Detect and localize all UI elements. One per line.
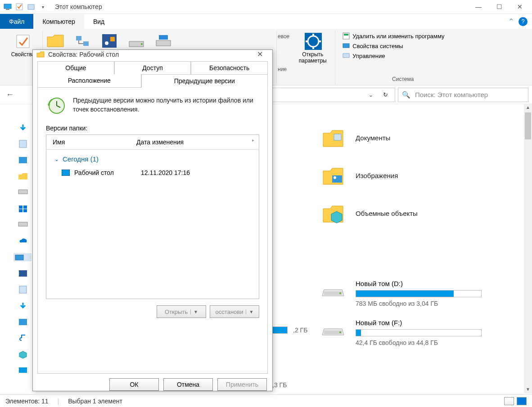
folder-tree-icon[interactable] (18, 172, 28, 180)
address-bar[interactable]: ⌄ ↻ (257, 88, 395, 102)
drive-usage-bar (356, 329, 482, 336)
thispc-tree-icon[interactable] (14, 253, 32, 261)
tab-view[interactable]: Вид (84, 14, 113, 29)
vertical-scrollbar[interactable]: ▲ ▼ (524, 103, 532, 394)
svg-rect-34 (19, 286, 27, 293)
open-version-button[interactable]: Открыть ▼ (157, 305, 206, 318)
ribbon-uninstall-button[interactable]: Удалить или изменить программу (341, 31, 465, 40)
videos-tree-icon[interactable] (18, 269, 28, 277)
close-button[interactable]: ✕ (509, 0, 530, 13)
ribbon-open-settings-button[interactable]: Открыть параметры (296, 31, 329, 66)
svg-point-43 (339, 331, 341, 333)
drive-item[interactable]: Новый том (D:) 783 МБ свободно из 3,04 Г… (321, 280, 523, 307)
documents-tree-icon[interactable] (18, 140, 28, 148)
dialog-titlebar: Свойства: Рабочий стол ✕ (33, 50, 272, 58)
folder-qat-icon[interactable] (27, 3, 35, 11)
tab-sharing[interactable]: Доступ (114, 61, 191, 74)
drive-icon (321, 280, 345, 298)
drive-peek-fragment: ,2 ГБ (272, 326, 307, 334)
column-date[interactable]: Дата изменения (130, 135, 190, 149)
drive-item[interactable]: Новый том (F:) 42,4 ГБ свободно из 44,8 … (321, 319, 523, 346)
tab-previous-versions[interactable]: Предыдущие версии (141, 74, 268, 88)
versions-list: Имя Дата изменения ▸ ⌄ Сегодня (1) Рабоч… (46, 134, 259, 299)
qat-dropdown-icon[interactable]: ▾ (39, 3, 47, 11)
folder-large-icon (46, 33, 64, 49)
music-tree-icon[interactable] (18, 334, 28, 342)
dropdown-icon[interactable]: ▼ (246, 309, 253, 314)
downloads-tree-icon-2[interactable] (18, 302, 28, 310)
svg-rect-22 (343, 44, 349, 48)
dropdown-icon[interactable]: ▼ (190, 309, 198, 314)
scroll-thumb[interactable] (525, 112, 531, 139)
maximize-button[interactable]: ☐ (489, 0, 509, 13)
3d-tree-icon[interactable] (18, 350, 28, 358)
dialog-footer: ОК Отмена Применить (33, 374, 272, 397)
drive-tree-icon-2[interactable] (18, 221, 28, 229)
versions-label: Версии папки: (46, 125, 259, 132)
tab-security[interactable]: Безопасность (191, 61, 268, 74)
svg-rect-24 (19, 140, 27, 148)
svg-rect-29 (19, 209, 23, 212)
network-icon (73, 33, 91, 49)
search-input[interactable]: 🔍 Поиск: Этот компьютер (398, 88, 528, 102)
ribbon-sysprops-button[interactable]: Свойства системы (341, 41, 465, 50)
folder-item[interactable]: Изображения (321, 164, 523, 187)
tab-location[interactable]: Расположение (37, 74, 141, 88)
3dobjects-folder-icon (321, 201, 345, 225)
svg-rect-25 (19, 157, 27, 163)
svg-point-41 (339, 292, 341, 294)
ribbon-group-system-label: Система (339, 74, 467, 85)
documents-folder-icon (321, 126, 345, 149)
folder-icon (36, 50, 45, 58)
folder-item[interactable]: Документы (321, 126, 523, 149)
tiles-view-button[interactable] (517, 397, 527, 405)
cancel-button[interactable]: Отмена (163, 378, 213, 391)
collapse-ribbon-icon[interactable]: ⌃ (508, 17, 514, 26)
svg-rect-18 (306, 40, 308, 42)
desktop-tree-icon[interactable] (18, 367, 28, 375)
pictures-tree-icon-2[interactable] (18, 318, 28, 326)
tab-file[interactable]: Файл (0, 14, 33, 29)
pictures-tree-icon[interactable] (18, 156, 28, 164)
svg-rect-35 (19, 319, 27, 325)
onedrive-tree-icon[interactable] (18, 237, 28, 245)
svg-rect-23 (343, 54, 349, 58)
back-button[interactable]: ← (2, 87, 18, 103)
details-view-button[interactable] (504, 397, 514, 405)
svg-rect-16 (312, 34, 314, 36)
chevron-down-icon: ⌄ (54, 156, 59, 162)
desktop-icon (62, 170, 70, 176)
downloads-tree-icon[interactable] (18, 124, 28, 132)
svg-rect-37 (334, 134, 341, 140)
folder-item[interactable]: Объемные объекты (321, 201, 523, 225)
version-item[interactable]: Рабочий стол 12.11.2020 17:16 (46, 165, 259, 180)
svg-rect-4 (17, 35, 29, 48)
dialog-close-button[interactable]: ✕ (251, 50, 269, 58)
apply-button[interactable]: Применить (217, 378, 267, 391)
help-icon[interactable]: ? (518, 17, 527, 26)
svg-rect-21 (344, 34, 348, 36)
properties-qat-icon[interactable] (15, 3, 23, 11)
documents-tree-icon-2[interactable] (18, 286, 28, 294)
network-drive-icon (154, 33, 172, 49)
list-group-today[interactable]: ⌄ Сегодня (1) (46, 150, 259, 165)
svg-point-39 (334, 176, 336, 179)
window-controls: — ☐ ✕ (468, 0, 530, 13)
column-overflow-icon[interactable]: ▸ (252, 138, 254, 143)
ok-button[interactable]: ОК (109, 378, 159, 391)
sysprops-icon (343, 42, 350, 49)
restore-version-button[interactable]: осстанови ▼ (210, 305, 259, 318)
tab-general[interactable]: Общие (37, 61, 114, 74)
refresh-button[interactable]: ↻ (379, 88, 392, 102)
drive-usage-bar (356, 290, 482, 297)
media-icon (100, 33, 118, 49)
scroll-down-button[interactable]: ▼ (524, 385, 532, 394)
minimize-button[interactable]: — (468, 0, 489, 13)
drive-tree-icon-1[interactable] (18, 188, 28, 197)
tab-computer[interactable]: Компьютер (33, 14, 84, 29)
scroll-up-button[interactable]: ▲ (524, 103, 532, 112)
address-dropdown-icon[interactable]: ⌄ (369, 92, 373, 98)
ribbon-manage-button[interactable]: Управление (341, 51, 465, 60)
windows-tree-icon[interactable] (18, 205, 28, 213)
column-name[interactable]: Имя (46, 135, 130, 149)
